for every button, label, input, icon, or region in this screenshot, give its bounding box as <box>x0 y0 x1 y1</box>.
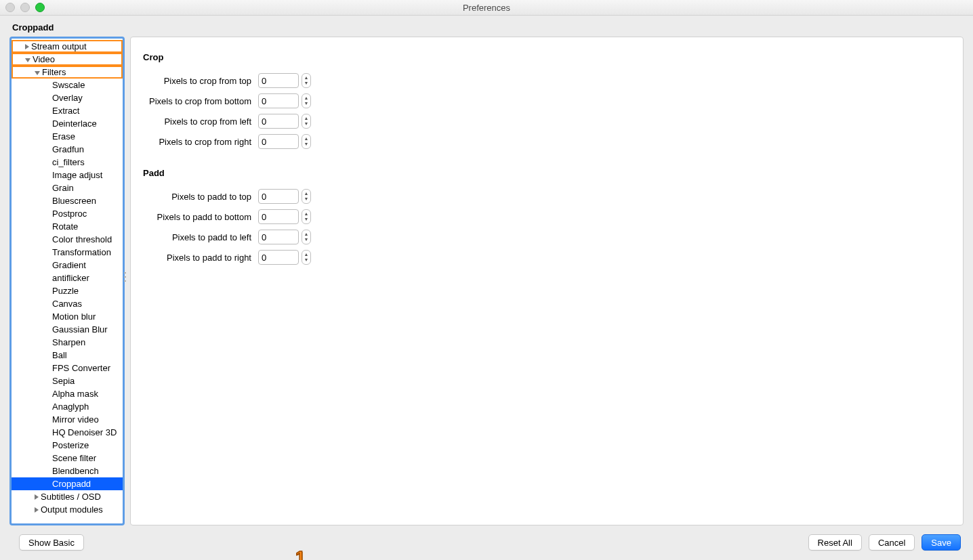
tree-item-croppadd[interactable]: Croppadd <box>12 477 123 490</box>
stepper-down-icon: ▼ <box>302 196 310 202</box>
padd-input[interactable] <box>258 209 299 224</box>
crop-input[interactable] <box>258 93 299 108</box>
tree-item-label: Sharpen <box>52 337 85 347</box>
disclosure-right-icon <box>25 44 29 49</box>
disclosure-down-icon <box>25 58 30 62</box>
tree-item-image-adjust[interactable]: Image adjust <box>12 169 123 181</box>
padd-stepper[interactable]: ▲▼ <box>302 189 311 204</box>
tree-item-label: antiflicker <box>52 273 89 283</box>
padd-label: Pixels to padd to left <box>143 232 258 242</box>
tree-item-subtitles-osd[interactable]: Subtitles / OSD <box>12 490 123 503</box>
tree-item-erase[interactable]: Erase <box>12 130 123 143</box>
tree-item-label: Sepia <box>52 376 75 386</box>
crop-input[interactable] <box>258 114 299 129</box>
stepper-up-icon: ▲ <box>302 191 310 196</box>
preferences-tree[interactable]: Stream outputVideoFiltersSwscaleOverlayE… <box>12 39 123 517</box>
crop-label: Pixels to crop from right <box>143 137 258 147</box>
tree-item-color-threshold[interactable]: Color threshold <box>12 233 123 246</box>
crop-input[interactable] <box>258 73 299 88</box>
crop-stepper[interactable]: ▲▼ <box>302 73 311 88</box>
tree-item-sharpen[interactable]: Sharpen <box>12 336 123 349</box>
tree-item-posterize[interactable]: Posterize <box>12 439 123 452</box>
tree-item-alpha-mask[interactable]: Alpha mask <box>12 387 123 400</box>
stepper-up-icon: ▲ <box>302 75 310 81</box>
tree-item-sepia[interactable]: Sepia <box>12 374 123 387</box>
tree-item-label: Erase <box>52 131 75 142</box>
tree-item-label: Extract <box>52 106 79 116</box>
tree-item-gradfun[interactable]: Gradfun <box>12 143 123 156</box>
tree-item-transformation[interactable]: Transformation <box>12 246 123 259</box>
stepper-down-icon: ▼ <box>302 257 310 263</box>
tree-item-antiflicker[interactable]: antiflicker <box>12 272 123 284</box>
stepper-down-icon: ▼ <box>302 81 310 86</box>
tree-item-ball[interactable]: Ball <box>12 349 123 362</box>
content-pane: Crop Pixels to crop from top▲▼Pixels to … <box>130 37 964 525</box>
padd-stepper[interactable]: ▲▼ <box>302 230 311 244</box>
tree-item-stream-output[interactable]: Stream output <box>12 40 123 53</box>
padd-input[interactable] <box>258 189 299 204</box>
padd-stepper[interactable]: ▲▼ <box>302 209 311 224</box>
padd-input[interactable] <box>258 250 299 265</box>
padd-stepper[interactable]: ▲▼ <box>302 250 311 265</box>
tree-item-label: Ball <box>52 350 67 360</box>
tree-item-canvas[interactable]: Canvas <box>12 297 123 310</box>
tree-item-label: Alpha mask <box>52 389 98 399</box>
tree-item-puzzle[interactable]: Puzzle <box>12 284 123 297</box>
crop-label: Pixels to crop from bottom <box>143 96 258 106</box>
tree-item-rotate[interactable]: Rotate <box>12 220 123 233</box>
crop-stepper[interactable]: ▲▼ <box>302 114 311 129</box>
tree-item-bluescreen[interactable]: Bluescreen <box>12 194 123 207</box>
tree-item-label: Mirror video <box>52 414 99 425</box>
tree-item-label: Motion blur <box>52 311 96 322</box>
tree-item-motion-blur[interactable]: Motion blur <box>12 310 123 323</box>
crop-input[interactable] <box>258 134 299 149</box>
tree-item-label: Blendbench <box>52 466 99 476</box>
stepper-down-icon: ▼ <box>302 101 310 106</box>
tree-item-hq-denoiser-3d[interactable]: HQ Denoiser 3D <box>12 426 123 439</box>
crop-row: Pixels to crop from left▲▼ <box>143 111 951 131</box>
tree-item-video[interactable]: Video <box>12 53 123 66</box>
crop-label: Pixels to crop from left <box>143 116 258 127</box>
tree-item-grain[interactable]: Grain <box>12 181 123 194</box>
tree-item-scene-filter[interactable]: Scene filter <box>12 452 123 465</box>
show-basic-button[interactable]: Show Basic <box>19 534 84 551</box>
padd-row: Pixels to padd to left▲▼ <box>143 227 951 247</box>
tree-item-fps-converter[interactable]: FPS Converter <box>12 362 123 374</box>
tree-item-label: Gaussian Blur <box>52 324 108 335</box>
tree-item-label: HQ Denoiser 3D <box>52 427 117 437</box>
tree-item-label: Scene filter <box>52 453 96 463</box>
cancel-button[interactable]: Cancel <box>869 534 915 551</box>
stepper-down-icon: ▼ <box>302 142 310 147</box>
crop-stepper[interactable]: ▲▼ <box>302 134 311 149</box>
tree-item-swscale[interactable]: Swscale <box>12 79 123 91</box>
padd-row: Pixels to padd to right▲▼ <box>143 247 951 267</box>
padd-input[interactable] <box>258 230 299 244</box>
padd-row: Pixels to padd to top▲▼ <box>143 186 951 207</box>
tree-item-label: Color threshold <box>52 234 112 244</box>
tree-item-output-modules[interactable]: Output modules <box>12 503 123 516</box>
tree-item-overlay[interactable]: Overlay <box>12 91 123 104</box>
footer: Show Basic Reset All Cancel Save <box>0 534 973 551</box>
tree-item-deinterlace[interactable]: Deinterlace <box>12 117 123 130</box>
tree-item-gradient[interactable]: Gradient <box>12 259 123 272</box>
tree-item-gaussian-blur[interactable]: Gaussian Blur <box>12 323 123 336</box>
tree-item-postproc[interactable]: Postproc <box>12 207 123 220</box>
page-title: Croppadd <box>0 16 973 37</box>
tree-item-label: Subtitles / OSD <box>41 492 101 502</box>
save-button[interactable]: Save <box>922 534 961 551</box>
tree-item-label: FPS Converter <box>52 363 110 373</box>
tree-item-label: Transformation <box>52 247 111 257</box>
preferences-window: Preferences Croppadd Stream outputVideoF… <box>0 0 973 560</box>
padd-label: Pixels to padd to bottom <box>143 212 258 222</box>
tree-item-anaglyph[interactable]: Anaglyph <box>12 400 123 413</box>
crop-stepper[interactable]: ▲▼ <box>302 93 311 108</box>
tree-item-ci-filters[interactable]: ci_filters <box>12 156 123 169</box>
tree-item-blendbench[interactable]: Blendbench <box>12 465 123 477</box>
pane-resizer[interactable] <box>124 272 127 282</box>
tree-item-filters[interactable]: Filters <box>12 66 123 79</box>
tree-item-mirror-video[interactable]: Mirror video <box>12 413 123 426</box>
tree-item-label: Overlay <box>52 93 83 103</box>
reset-all-button[interactable]: Reset All <box>808 534 862 551</box>
padd-label: Pixels to padd to top <box>143 192 258 202</box>
tree-item-extract[interactable]: Extract <box>12 104 123 117</box>
